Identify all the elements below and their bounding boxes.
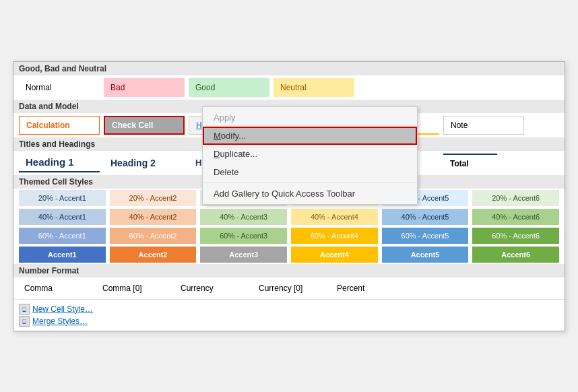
style-neutral[interactable]: Neutral <box>274 78 354 97</box>
number-format-row: Comma Comma [0] Currency Currency [0] Pe… <box>13 277 565 299</box>
menu-item-apply[interactable]: Apply <box>203 108 417 127</box>
accent-60-row: 60% - Accent1 60% - Accent2 60% - Accent… <box>13 226 565 245</box>
new-cell-style-icon: □ <box>19 304 30 315</box>
style-check-cell[interactable]: Check Cell <box>104 116 185 135</box>
context-menu: Apply Modify... Duplicate... Delete Add … <box>202 106 418 205</box>
style-40-accent3[interactable]: 40% - Accent3 <box>200 209 287 225</box>
style-20-accent6[interactable]: 20% - Accent6 <box>472 190 559 206</box>
menu-item-modify[interactable]: Modify... <box>203 127 417 145</box>
merge-styles-icon: □ <box>19 316 30 327</box>
style-accent4[interactable]: Accent4 <box>291 247 378 263</box>
menu-item-add-gallery[interactable]: Add Gallery to Quick Access Toolbar <box>203 185 417 203</box>
style-40-accent6[interactable]: 40% - Accent6 <box>472 209 559 225</box>
style-60-accent1[interactable]: 60% - Accent1 <box>19 228 106 244</box>
accent-row: Accent1 Accent2 Accent3 Accent4 Accent5 … <box>13 245 565 264</box>
merge-styles-label: Merge Styles… <box>32 317 88 326</box>
new-cell-style-label: New Cell Style… <box>32 304 93 314</box>
style-60-accent5[interactable]: 60% - Accent5 <box>382 228 469 244</box>
style-20-accent2[interactable]: 20% - Accent2 <box>110 190 197 206</box>
menu-item-delete[interactable]: Delete <box>203 163 417 181</box>
style-40-accent1[interactable]: 40% - Accent1 <box>19 209 106 225</box>
section-good-bad-neutral: Good, Bad and Neutral <box>13 62 565 75</box>
style-comma[interactable]: Comma <box>19 280 93 296</box>
good-bad-neutral-row: Normal Bad Good Neutral <box>13 75 565 100</box>
style-60-accent3[interactable]: 60% - Accent3 <box>200 228 287 244</box>
data-model-row: Calculation Check Cell Hyperlink Input L… <box>13 113 565 137</box>
style-60-accent2[interactable]: 60% - Accent2 <box>110 228 197 244</box>
style-currency[interactable]: Currency <box>175 280 249 296</box>
style-accent3[interactable]: Accent3 <box>200 247 287 263</box>
style-heading2[interactable]: Heading 2 <box>104 154 185 172</box>
style-currency-0[interactable]: Currency [0] <box>253 280 327 296</box>
style-20-accent1[interactable]: 20% - Accent1 <box>19 190 106 206</box>
style-heading1[interactable]: Heading 1 <box>19 154 100 172</box>
style-note[interactable]: Note <box>443 116 524 135</box>
style-accent5[interactable]: Accent5 <box>382 247 469 263</box>
style-40-accent2[interactable]: 40% - Accent2 <box>110 209 197 225</box>
style-calculation[interactable]: Calculation <box>19 116 100 135</box>
cell-styles-panel: Good, Bad and Neutral Normal Bad Good Ne… <box>13 61 565 331</box>
style-60-accent6[interactable]: 60% - Accent6 <box>472 228 559 244</box>
style-60-accent4[interactable]: 60% - Accent4 <box>291 228 378 244</box>
style-good[interactable]: Good <box>189 78 269 97</box>
new-cell-style-link[interactable]: □ New Cell Style… <box>19 304 559 315</box>
footer: □ New Cell Style… □ Merge Styles… <box>13 299 565 331</box>
style-40-accent4[interactable]: 40% - Accent4 <box>291 209 378 225</box>
style-comma-0[interactable]: Comma [0] <box>97 280 171 296</box>
style-accent2[interactable]: Accent2 <box>110 247 197 263</box>
style-normal[interactable]: Normal <box>19 78 100 97</box>
style-40-accent5[interactable]: 40% - Accent5 <box>382 209 469 225</box>
style-total[interactable]: Total <box>443 154 497 172</box>
accent-40-row: 40% - Accent1 40% - Accent2 40% - Accent… <box>13 207 565 226</box>
style-accent6[interactable]: Accent6 <box>472 247 559 263</box>
style-bad[interactable]: Bad <box>104 78 185 97</box>
section-number-format: Number Format <box>13 264 565 277</box>
merge-styles-link[interactable]: □ Merge Styles… <box>19 316 559 327</box>
style-percent[interactable]: Percent <box>331 280 406 296</box>
menu-divider <box>203 183 417 183</box>
style-accent1[interactable]: Accent1 <box>19 247 106 263</box>
menu-item-duplicate[interactable]: Duplicate... <box>203 145 417 163</box>
